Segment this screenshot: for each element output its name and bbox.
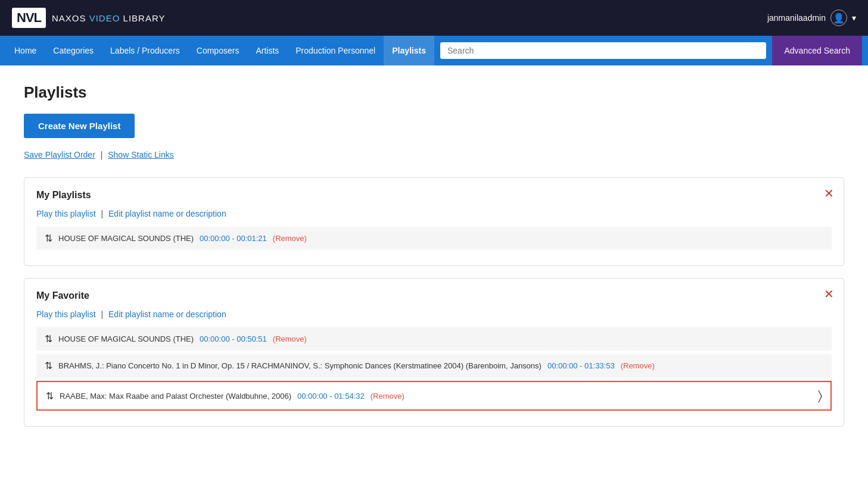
nav-artists[interactable]: Artists [247,36,287,65]
show-static-links-link[interactable]: Show Static Links [108,150,174,160]
drag-handle-icon[interactable]: ⇅ [45,233,52,244]
close-my-favorite-button[interactable]: ✕ [824,288,834,300]
nav-composers[interactable]: Composers [188,36,248,65]
playlist-card-my-favorite: My Favorite ✕ Play this playlist | Edit … [24,278,844,427]
item-time: 00:00:00 - 00:01:21 [200,234,267,243]
item-remove-link[interactable]: (Remove) [371,392,405,401]
item-text: HOUSE OF MAGICAL SOUNDS (THE) [58,334,194,343]
username-label: janmanilaadmin [767,13,826,23]
main-content: Playlists Create New Playlist Save Playl… [0,65,868,491]
item-remove-link[interactable]: (Remove) [273,234,307,243]
nav-production-personnel[interactable]: Production Personnel [287,36,384,65]
nav-playlists[interactable]: Playlists [384,36,434,65]
create-new-playlist-button[interactable]: Create New Playlist [24,114,135,138]
playlist-item-highlighted: ⇅ RAABE, Max: Max Raabe and Palast Orche… [36,381,832,411]
user-icon[interactable]: 👤 [830,10,847,26]
item-remove-link[interactable]: (Remove) [621,361,655,370]
item-remove-link[interactable]: (Remove) [273,334,307,343]
card-title-my-playlists: My Playlists [36,190,832,201]
chevron-down-icon[interactable]: ▾ [852,13,856,23]
play-playlist-link-1[interactable]: Play this playlist [36,309,96,319]
item-text: BRAHMS, J.: Piano Concerto No. 1 in D Mi… [58,361,542,370]
logo-box: NVL [12,8,46,28]
logo-text: NAXOS VIDEO LIBRARY [52,13,165,23]
page-title: Playlists [24,83,844,102]
drag-handle-icon[interactable]: ⇅ [46,390,54,402]
links-row: Save Playlist Order | Show Static Links [24,150,844,160]
playlist-item: ⇅ HOUSE OF MAGICAL SOUNDS (THE) 00:00:00… [36,327,832,351]
nav-home[interactable]: Home [6,36,45,65]
separator: | [101,150,103,160]
separator: | [101,309,103,319]
card-links-my-favorite: Play this playlist | Edit playlist name … [36,309,832,319]
item-text: RAABE, Max: Max Raabe and Palast Orchest… [60,392,291,401]
drag-handle-icon[interactable]: ⇅ [45,360,52,371]
close-my-playlists-button[interactable]: ✕ [824,187,834,199]
nav-labels-producers[interactable]: Labels / Producers [102,36,188,65]
item-time: 00:00:00 - 01:33:53 [547,361,615,370]
item-time: 00:00:00 - 01:54:32 [297,392,365,401]
card-links-my-playlists: Play this playlist | Edit playlist name … [36,209,832,218]
nav-categories[interactable]: Categories [45,36,102,65]
play-playlist-link-0[interactable]: Play this playlist [36,209,96,218]
search-box [440,42,766,59]
drag-handle-icon[interactable]: ⇅ [45,333,52,345]
edit-playlist-link-1[interactable]: Edit playlist name or description [108,309,226,319]
advanced-search-button[interactable]: Advanced Search [772,36,862,65]
nav-bar: Home Categories Labels / Producers Compo… [0,36,868,65]
card-title-my-favorite: My Favorite [36,290,832,301]
cursor-pointer-icon: 〉 [818,388,822,404]
separator: | [101,209,103,218]
item-time: 00:00:00 - 00:50:51 [200,334,267,343]
playlist-card-my-playlists: My Playlists ✕ Play this playlist | Edit… [24,177,844,266]
item-text: HOUSE OF MAGICAL SOUNDS (THE) [58,234,194,243]
playlist-item: ⇅ HOUSE OF MAGICAL SOUNDS (THE) 00:00:00… [36,227,832,250]
save-playlist-order-link[interactable]: Save Playlist Order [24,150,95,160]
edit-playlist-link-0[interactable]: Edit playlist name or description [108,209,226,218]
user-area: janmanilaadmin 👤 ▾ [767,10,856,26]
top-header: NVL NAXOS VIDEO LIBRARY janmanilaadmin 👤… [0,0,868,36]
logo-area: NVL NAXOS VIDEO LIBRARY [12,8,165,28]
search-input[interactable] [440,42,766,59]
playlist-item: ⇅ BRAHMS, J.: Piano Concerto No. 1 in D … [36,354,832,377]
